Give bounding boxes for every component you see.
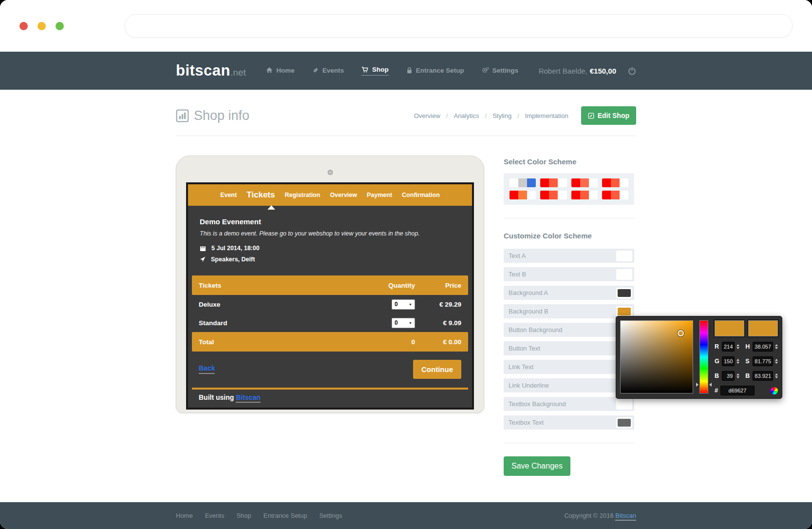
- color-option-link-text[interactable]: Link Text: [504, 360, 634, 374]
- step-registration[interactable]: Registration: [284, 192, 320, 198]
- hex-input[interactable]: d69627: [720, 386, 755, 395]
- stepper-arrows-icon[interactable]: [736, 359, 739, 364]
- color-picker-marker[interactable]: [678, 330, 684, 336]
- scheme-color-cell: [611, 178, 620, 187]
- breadcrumb-implementation[interactable]: Implementation: [525, 112, 568, 119]
- bitscan-credit-link[interactable]: Bitscan: [236, 393, 261, 403]
- color-scheme-option[interactable]: [602, 191, 628, 199]
- hue-arrow-right-icon: [709, 383, 712, 387]
- ticket-table: Tickets Quantity Price Deluxe 0 € 29.29 …: [192, 275, 468, 352]
- color-option-text-b[interactable]: Text B: [504, 267, 634, 281]
- scheme-color-cell: [540, 191, 549, 199]
- lock-icon: [406, 67, 413, 74]
- nav-item-events[interactable]: Events: [312, 67, 344, 75]
- stepper-arrows-icon[interactable]: [775, 344, 778, 349]
- footer-link-settings[interactable]: Settings: [319, 512, 342, 519]
- color-scheme-option[interactable]: [540, 178, 567, 187]
- total-label: Total: [199, 338, 357, 346]
- copyright: Copyright © 2016 Bitscan: [564, 512, 636, 519]
- main-menu: Home Events Shop Entrance Setup Settings: [256, 66, 528, 76]
- green-label: G: [715, 358, 720, 365]
- address-bar[interactable]: [125, 14, 793, 38]
- breadcrumb-styling[interactable]: Styling: [492, 112, 525, 119]
- page-footer: Home Events Shop Entrance Setup Settings…: [0, 502, 812, 529]
- step-tickets[interactable]: Tickets: [246, 190, 275, 200]
- color-scheme-option[interactable]: [571, 191, 598, 199]
- hue-slider[interactable]: [699, 320, 708, 393]
- scheme-color-cell: [602, 191, 611, 199]
- scheme-color-cell: [549, 178, 558, 187]
- scheme-color-cell: [518, 178, 527, 187]
- step-confirmation[interactable]: Confirmation: [402, 192, 440, 198]
- fullscreen-window-button[interactable]: [56, 22, 64, 30]
- scheme-color-cell: [580, 178, 589, 187]
- user-name[interactable]: Robert Baelde,: [539, 67, 587, 75]
- stepper-arrows-icon[interactable]: [775, 373, 778, 378]
- step-overview[interactable]: Overview: [330, 192, 357, 198]
- footer-link-shop[interactable]: Shop: [236, 512, 251, 519]
- breadcrumb-analytics[interactable]: Analytics: [453, 112, 492, 119]
- minimize-window-button[interactable]: [38, 22, 46, 30]
- option-label: Text B: [504, 271, 616, 278]
- footer-bitscan-link[interactable]: Bitscan: [615, 512, 636, 521]
- step-event[interactable]: Event: [220, 192, 237, 198]
- hue-input[interactable]: 38.057: [753, 342, 773, 352]
- chart-icon: [176, 109, 189, 122]
- color-option-text-a[interactable]: Text A: [504, 249, 634, 263]
- nav-item-label: Events: [322, 67, 344, 74]
- red-input[interactable]: 214: [722, 342, 735, 352]
- credit-prefix: Built using: [199, 393, 234, 401]
- color-wheel-icon[interactable]: [771, 387, 778, 394]
- blue-input[interactable]: 39: [722, 371, 735, 381]
- brightness-input[interactable]: 83.921: [753, 371, 773, 381]
- back-link[interactable]: Back: [199, 364, 215, 374]
- option-label: Text A: [504, 252, 616, 259]
- option-label: Textbox Background: [504, 400, 616, 408]
- color-scheme-option[interactable]: [510, 178, 536, 187]
- color-scheme-option[interactable]: [602, 178, 628, 187]
- color-option-textbox-text[interactable]: Textbox Text: [504, 415, 634, 430]
- saturation-input[interactable]: 81.775: [753, 356, 773, 366]
- credit-line: Built using Bitscan: [199, 393, 472, 401]
- edit-shop-button[interactable]: Edit Shop: [581, 106, 636, 125]
- color-scheme-option[interactable]: [540, 191, 567, 199]
- color-option-button-background[interactable]: Button Background: [504, 323, 634, 337]
- scheme-color-cell: [620, 191, 628, 199]
- color-options-list: Text A Text B Background A Background B …: [504, 249, 634, 430]
- nav-item-entrance-setup[interactable]: Entrance Setup: [406, 67, 464, 75]
- ticket-name: Deluxe: [199, 301, 357, 308]
- nav-item-shop[interactable]: Shop: [361, 66, 389, 76]
- edit-shop-label: Edit Shop: [598, 112, 629, 119]
- color-option-link-underline[interactable]: Link Underline: [504, 378, 634, 392]
- nav-item-settings[interactable]: Settings: [482, 67, 518, 75]
- color-option-button-text[interactable]: Button Text: [504, 341, 634, 355]
- color-scheme-option[interactable]: [510, 191, 536, 199]
- stepper-arrows-icon[interactable]: [736, 344, 739, 349]
- continue-button[interactable]: Continue: [413, 360, 461, 379]
- save-changes-button[interactable]: Save Changes: [504, 456, 570, 476]
- nav-item-label: Shop: [372, 66, 389, 73]
- step-payment[interactable]: Payment: [367, 192, 392, 198]
- saturation-brightness-field[interactable]: [620, 320, 693, 393]
- quantity-select[interactable]: 0: [392, 318, 415, 328]
- footer-link-events[interactable]: Events: [205, 512, 225, 519]
- select-color-scheme-heading: Select Color Scheme: [504, 157, 634, 166]
- color-option-textbox-background[interactable]: Textbox Background: [504, 397, 634, 411]
- logout-power-icon[interactable]: [628, 67, 636, 75]
- green-input[interactable]: 150: [722, 356, 735, 366]
- footer-link-entrance-setup[interactable]: Entrance Setup: [264, 512, 307, 519]
- scheme-color-cell: [558, 178, 567, 187]
- color-scheme-option[interactable]: [571, 178, 598, 187]
- color-option-background-a[interactable]: Background A: [504, 286, 634, 300]
- quantity-select[interactable]: 0: [392, 299, 415, 310]
- color-option-background-b[interactable]: Background B: [504, 304, 634, 318]
- stepper-arrows-icon[interactable]: [775, 359, 778, 364]
- nav-item-home[interactable]: Home: [266, 67, 295, 75]
- stepper-arrows-icon[interactable]: [736, 373, 739, 378]
- breadcrumb-overview[interactable]: Overview: [414, 112, 454, 119]
- footer-link-home[interactable]: Home: [176, 512, 193, 519]
- bitscan-logo[interactable]: bitscan.net: [176, 62, 246, 79]
- nav-item-label: Entrance Setup: [416, 67, 464, 74]
- close-window-button[interactable]: [19, 22, 28, 30]
- logo-tld: .net: [230, 67, 246, 78]
